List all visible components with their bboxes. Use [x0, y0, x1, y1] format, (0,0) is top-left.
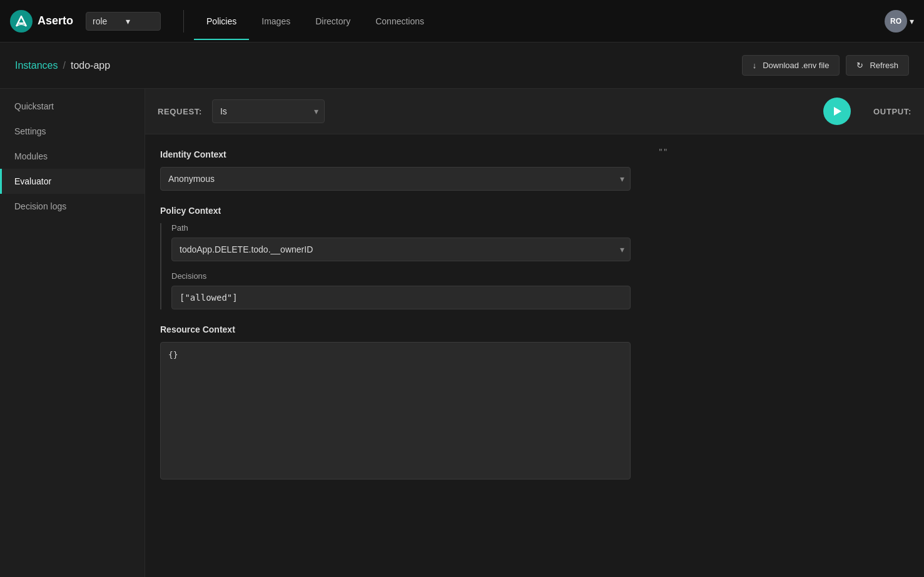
nav-divider [183, 10, 184, 33]
identity-context-section: Identity Context Anonymous User JWT Manu… [160, 149, 631, 191]
request-bar: REQUEST: Is IsNot Query OUTPUT: [145, 89, 924, 134]
refresh-label: Refresh [870, 61, 898, 70]
decisions-input[interactable] [171, 286, 631, 309]
resource-context-section: Resource Context {} [160, 324, 631, 481]
policy-path-select-wrapper: todoApp.DELETE.todo.__ownerID todoApp.GE… [171, 238, 631, 261]
policy-decisions-label: Decisions [171, 271, 631, 281]
sidebar-item-evaluator[interactable]: Evaluator [0, 169, 145, 194]
logo-area[interactable]: Aserto [10, 10, 73, 33]
role-dropdown[interactable]: role [86, 12, 161, 31]
sidebar-item-settings-label: Settings [14, 126, 46, 136]
sidebar-item-decision-logs[interactable]: Decision logs [0, 194, 145, 219]
evaluator-left: Identity Context Anonymous User JWT Manu… [145, 134, 646, 577]
breadcrumb-separator: / [63, 60, 65, 71]
evaluator-panel: Identity Context Anonymous User JWT Manu… [145, 134, 924, 577]
breadcrumb-current: todo-app [71, 60, 110, 71]
refresh-button[interactable]: Refresh [846, 55, 909, 76]
policy-context-box: Path todoApp.DELETE.todo.__ownerID todoA… [160, 223, 631, 309]
role-dropdown-value: role [93, 16, 121, 26]
download-env-label: Download .env file [763, 61, 829, 70]
identity-context-select-wrapper: Anonymous User JWT Manual [160, 167, 631, 191]
content-area: REQUEST: Is IsNot Query OUTPUT: [145, 89, 924, 577]
policy-path-select[interactable]: todoApp.DELETE.todo.__ownerID todoApp.GE… [171, 238, 631, 261]
policy-path-section: Path todoApp.DELETE.todo.__ownerID todoA… [171, 223, 631, 261]
request-type-select[interactable]: Is IsNot Query [212, 99, 325, 123]
sidebar-item-modules[interactable]: Modules [0, 144, 145, 169]
svg-point-0 [10, 10, 33, 33]
identity-context-select[interactable]: Anonymous User JWT Manual [160, 167, 631, 191]
sidebar-item-settings[interactable]: Settings [0, 119, 145, 144]
output-label: OUTPUT: [873, 107, 911, 116]
policy-decisions-section: Decisions [171, 271, 631, 309]
nav-links: Policies Images Directory Connections [194, 3, 885, 40]
avatar-dropdown[interactable]: RO [885, 10, 914, 33]
resource-context-textarea[interactable]: {} [160, 342, 631, 479]
download-icon [753, 61, 759, 70]
policy-path-label: Path [171, 223, 631, 233]
breadcrumb-actions: Download .env file Refresh [742, 55, 909, 76]
breadcrumb: Instances / todo-app [15, 60, 110, 71]
nav-link-connections[interactable]: Connections [363, 3, 437, 40]
role-dropdown-chevron [126, 16, 154, 26]
breadcrumb-bar: Instances / todo-app Download .env file … [0, 43, 924, 89]
evaluator-right: "" [646, 134, 924, 577]
breadcrumb-instances-link[interactable]: Instances [15, 60, 58, 71]
sidebar-item-decision-logs-label: Decision logs [14, 201, 66, 211]
nav-link-directory[interactable]: Directory [303, 3, 363, 40]
refresh-icon [856, 61, 866, 70]
top-navigation: Aserto role Policies Images Directory Co… [0, 0, 924, 43]
request-label: REQUEST: [158, 107, 202, 116]
svg-marker-1 [834, 107, 841, 116]
nav-right: RO [885, 10, 914, 33]
run-evaluator-button[interactable] [823, 98, 851, 125]
identity-context-title: Identity Context [160, 149, 631, 159]
logo-text: Aserto [38, 14, 73, 28]
policy-context-title: Policy Context [160, 206, 631, 216]
sidebar: Quickstart Settings Modules Evaluator De… [0, 89, 145, 577]
nav-link-policies[interactable]: Policies [194, 3, 249, 40]
download-env-button[interactable]: Download .env file [742, 55, 840, 76]
play-icon [831, 106, 843, 117]
nav-link-images[interactable]: Images [249, 3, 303, 40]
request-type-select-wrapper: Is IsNot Query [212, 99, 325, 123]
aserto-logo-icon [10, 10, 33, 33]
sidebar-item-evaluator-label: Evaluator [14, 176, 51, 186]
avatar-chevron [910, 16, 914, 26]
avatar: RO [885, 10, 907, 33]
sidebar-item-quickstart-label: Quickstart [14, 101, 54, 111]
policy-context-section: Policy Context Path todoApp.DELETE.todo.… [160, 206, 631, 309]
sidebar-item-modules-label: Modules [14, 151, 48, 161]
resource-context-title: Resource Context [160, 324, 631, 334]
sidebar-item-quickstart[interactable]: Quickstart [0, 94, 145, 119]
output-value: "" [658, 147, 668, 156]
main-layout: Quickstart Settings Modules Evaluator De… [0, 89, 924, 577]
